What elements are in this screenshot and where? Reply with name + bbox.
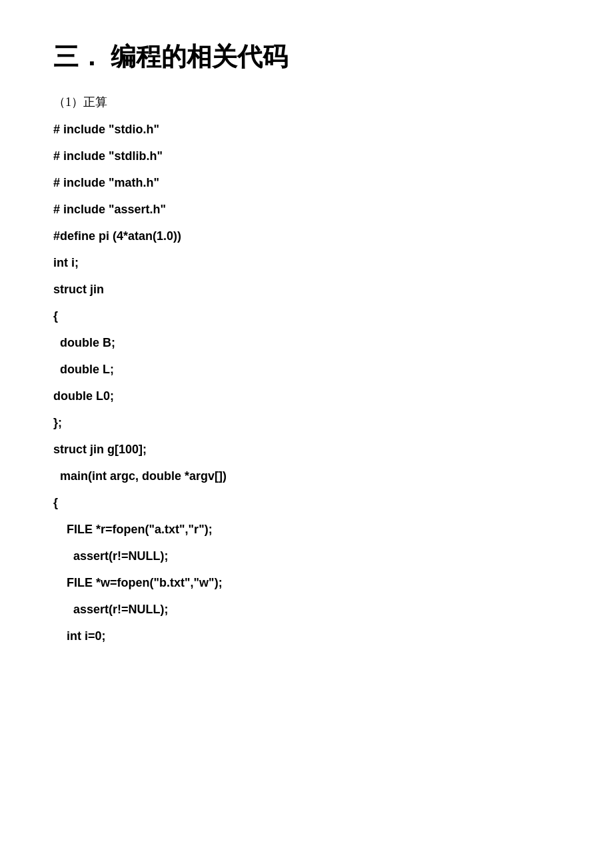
- code-line-3: # include "math.h": [53, 177, 560, 189]
- code-line-17: assert(r!=NULL);: [53, 550, 560, 562]
- code-line-2: # include "stdlib.h": [53, 150, 560, 162]
- code-line-13: struct jin g[100];: [53, 443, 560, 455]
- code-line-15: {: [53, 497, 560, 509]
- code-line-7: struct jin: [53, 283, 560, 295]
- page-title: 三． 编程的相关代码: [53, 40, 560, 74]
- code-line-19: assert(r!=NULL);: [53, 603, 560, 615]
- code-line-11: double L0;: [53, 390, 560, 402]
- code-line-6: int i;: [53, 257, 560, 269]
- code-line-10: double L;: [53, 363, 560, 375]
- code-line-16: FILE *r=fopen("a.txt","r");: [53, 523, 560, 535]
- code-line-5: #define pi (4*atan(1.0)): [53, 230, 560, 242]
- code-line-1: # include "stdio.h": [53, 123, 560, 135]
- code-line-12: };: [53, 417, 560, 429]
- code-line-4: # include "assert.h": [53, 203, 560, 215]
- code-line-8: {: [53, 310, 560, 322]
- code-block: # include "stdio.h" # include "stdlib.h"…: [53, 123, 560, 642]
- code-line-18: FILE *w=fopen("b.txt","w");: [53, 577, 560, 589]
- code-line-20: int i=0;: [53, 630, 560, 642]
- code-line-14: main(int argc, double *argv[]): [53, 470, 560, 482]
- code-line-9: double B;: [53, 337, 560, 349]
- section-label: （1）正算: [53, 94, 560, 110]
